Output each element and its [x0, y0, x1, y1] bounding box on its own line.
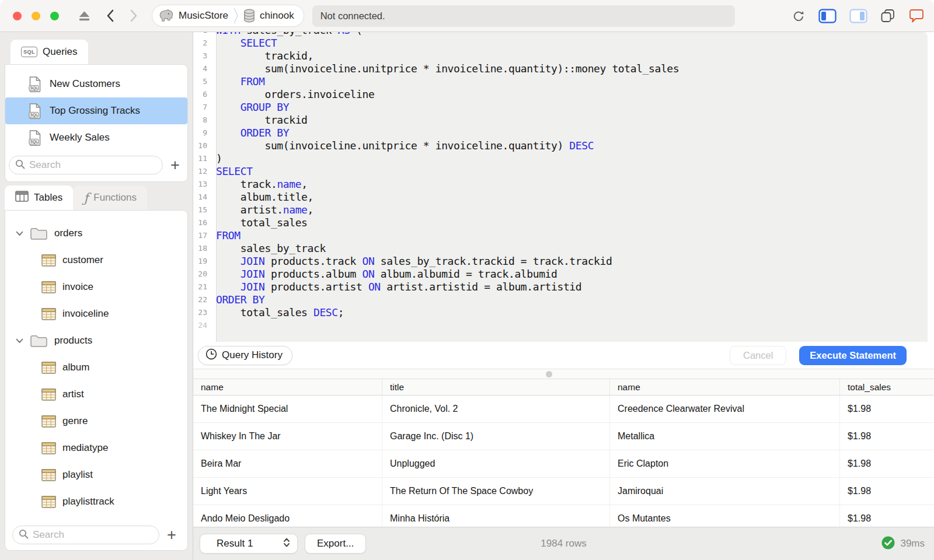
code-line[interactable]: 10 sum(invoiceline.unitprice * invoiceli… [193, 139, 928, 152]
code-line[interactable]: 6 orders.invoiceline [193, 88, 928, 101]
table-cell[interactable]: $1.98 [840, 505, 934, 527]
execute-statement-button[interactable]: Execute Statement [799, 346, 907, 365]
table-cell[interactable]: Ando Meio Desligado [193, 505, 382, 527]
export-button[interactable]: Export... [305, 534, 366, 554]
close-window-button[interactable] [13, 12, 22, 20]
table-row[interactable]: Light YearsThe Return Of The Space Cowbo… [193, 478, 934, 505]
tables-search[interactable] [12, 526, 159, 544]
code-line[interactable]: 8 trackid [193, 114, 928, 127]
column-header[interactable]: name [193, 379, 382, 395]
refresh-icon[interactable] [792, 9, 806, 23]
code-line[interactable]: 4 sum(invoiceline.unitprice * invoicelin… [193, 62, 928, 75]
table-cell[interactable]: Creedence Clearwater Revival [610, 396, 840, 422]
add-query-button[interactable]: + [168, 159, 183, 171]
table-row[interactable]: The Midnight SpecialChronicle, Vol. 2Cre… [193, 396, 934, 423]
table-cell[interactable]: Chronicle, Vol. 2 [382, 396, 610, 422]
chevron-down-icon[interactable] [16, 338, 23, 344]
code-line[interactable]: 20 JOIN products.album ON album.albumid … [193, 268, 928, 281]
code-line[interactable]: 23 total_sales DESC; [193, 306, 928, 319]
tree-table[interactable]: playlist [5, 461, 187, 488]
table-cell[interactable]: Os Mutantes [610, 505, 840, 527]
code-line[interactable]: 7 GROUP BY [193, 101, 928, 114]
table-cell[interactable]: Metallica [610, 423, 840, 450]
query-history-button[interactable]: Query History [198, 346, 292, 365]
table-cell[interactable]: Minha História [382, 505, 610, 527]
feedback-bubble-icon[interactable] [908, 9, 925, 23]
code-line[interactable]: 14 album.title, [193, 191, 928, 204]
splitter-handle[interactable] [546, 371, 552, 377]
code-line[interactable]: 19 JOIN products.track ON sales_by_track… [193, 255, 928, 268]
code-line[interactable]: 21 JOIN products.artist ON artist.artist… [193, 281, 928, 293]
sql-editor[interactable]: 1WITH sales_by_track AS (2 SELECT3 track… [193, 32, 928, 342]
tree-table[interactable]: invoiceline [5, 300, 187, 327]
code-line[interactable]: 18 sales_by_track [193, 242, 928, 255]
tab-queries[interactable]: SQL Queries [11, 40, 88, 64]
table-cell[interactable]: Unplugged [382, 450, 610, 477]
tree-table[interactable]: album [5, 354, 187, 381]
tree-table[interactable]: artist [5, 381, 187, 408]
table-cell[interactable]: $1.98 [840, 478, 934, 505]
code-line[interactable]: 24 [193, 319, 928, 332]
table-cell[interactable]: The Return Of The Space Cowboy [382, 478, 610, 505]
tables-search-input[interactable] [33, 529, 153, 541]
panel-splitter[interactable] [193, 369, 934, 379]
tree-table[interactable]: genre [5, 408, 187, 435]
table-cell[interactable]: Whiskey In The Jar [193, 423, 382, 450]
forward-button[interactable] [130, 9, 138, 22]
tab-tables[interactable]: Tables [5, 186, 73, 210]
add-table-button[interactable]: + [164, 529, 179, 541]
query-item[interactable]: SQLNew Customers [5, 71, 187, 97]
column-header[interactable]: name [610, 379, 840, 395]
back-button[interactable] [106, 9, 114, 22]
code-line[interactable]: 1WITH sales_by_track AS ( [193, 32, 928, 37]
code-line[interactable]: 13 track.name, [193, 178, 928, 191]
table-cell[interactable]: $1.98 [840, 396, 934, 422]
code-line[interactable]: 5 FROM [193, 75, 928, 88]
column-header[interactable]: title [382, 379, 610, 395]
tree-table[interactable]: mediatype [5, 435, 187, 461]
table-cell[interactable]: Jamiroquai [610, 478, 840, 505]
code-line[interactable]: 15 artist.name, [193, 204, 928, 216]
column-header[interactable]: total_sales [840, 379, 934, 395]
code-line[interactable]: 17FROM [193, 229, 928, 242]
tree-table[interactable]: playlisttrack [5, 488, 187, 515]
tab-functions[interactable]: ƒ Functions [73, 186, 147, 210]
table-row[interactable]: Beira MarUnpluggedEric Clapton$1.98 [193, 450, 934, 478]
code-line[interactable]: 9 ORDER BY [193, 127, 928, 139]
minimize-window-button[interactable] [32, 12, 40, 20]
table-cell[interactable]: $1.98 [840, 450, 934, 477]
table-cell[interactable]: Garage Inc. (Disc 1) [382, 423, 610, 450]
code-line[interactable]: 12SELECT [193, 165, 928, 178]
chevron-down-icon[interactable] [16, 231, 23, 236]
result-selector[interactable]: Result 1 [200, 534, 298, 554]
code-line[interactable]: 3 trackid, [193, 50, 928, 62]
cancel-button[interactable]: Cancel [730, 346, 786, 365]
toggle-right-sidebar-icon[interactable] [849, 9, 867, 23]
breadcrumb-database[interactable]: chinook [260, 10, 294, 22]
code-line[interactable]: 16 total_sales [193, 216, 928, 229]
tree-folder[interactable]: products [5, 327, 187, 354]
table-cell[interactable]: Eric Clapton [610, 450, 840, 477]
table-cell[interactable]: Beira Mar [193, 450, 382, 477]
code-line[interactable]: 2 SELECT [193, 37, 928, 50]
query-item[interactable]: SQLTop Grossing Tracks [5, 97, 187, 124]
table-cell[interactable]: $1.98 [840, 423, 934, 450]
queries-search[interactable] [9, 156, 163, 174]
windows-icon[interactable] [880, 9, 895, 23]
eject-disconnect-icon[interactable] [78, 10, 91, 22]
table-row[interactable]: Ando Meio DesligadoMinha HistóriaOs Muta… [193, 505, 934, 527]
table-cell[interactable]: The Midnight Special [193, 396, 382, 422]
queries-search-input[interactable] [29, 159, 156, 171]
code-line[interactable]: 11) [193, 152, 928, 165]
toggle-left-sidebar-icon[interactable] [818, 9, 837, 23]
query-item[interactable]: SQLWeekly Sales [5, 124, 187, 151]
zoom-window-button[interactable] [50, 12, 59, 20]
tree-table[interactable]: customer [5, 247, 187, 274]
code-line[interactable]: 22ORDER BY [193, 293, 928, 306]
tree-folder[interactable]: orders [5, 220, 187, 247]
titlebar: MusicStore chinook Not connected. [0, 0, 934, 32]
table-cell[interactable]: Light Years [193, 478, 382, 505]
breadcrumb-server[interactable]: MusicStore [179, 10, 228, 22]
tree-table[interactable]: invoice [5, 274, 187, 300]
table-row[interactable]: Whiskey In The JarGarage Inc. (Disc 1)Me… [193, 423, 934, 450]
